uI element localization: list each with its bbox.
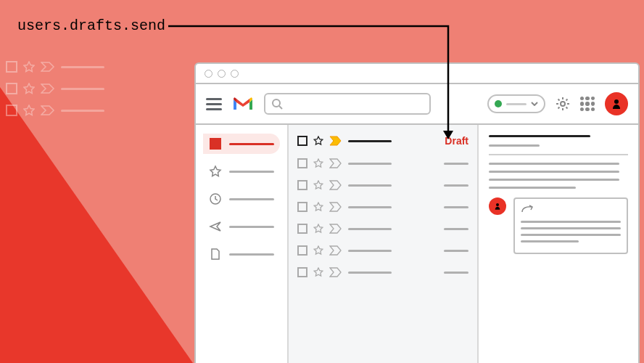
background-triangle [0, 87, 203, 363]
label-important-icon[interactable] [329, 136, 342, 146]
gear-icon[interactable] [556, 97, 570, 111]
svg-point-6 [614, 99, 619, 104]
nav-sent[interactable] [203, 216, 280, 237]
message-meta-line [489, 144, 540, 147]
menu-button[interactable] [206, 98, 222, 110]
svg-line-4 [279, 106, 282, 109]
nav-sidebar [196, 125, 287, 363]
svg-point-5 [561, 102, 565, 106]
svg-rect-13 [298, 203, 307, 211]
gmail-logo-icon[interactable] [232, 95, 254, 113]
svg-rect-8 [212, 145, 219, 148]
svg-rect-16 [298, 268, 307, 277]
svg-rect-10 [298, 136, 307, 145]
star-icon[interactable] [313, 224, 323, 234]
nav-inbox[interactable] [203, 134, 280, 154]
label-important-icon[interactable] [329, 158, 342, 168]
reply-area [489, 197, 628, 254]
message-list: Draft [287, 125, 479, 363]
body-line [489, 187, 576, 189]
message-row[interactable] [297, 202, 468, 212]
star-icon[interactable] [313, 267, 323, 277]
label-important-icon[interactable] [329, 224, 342, 234]
message-subject-line [489, 135, 590, 137]
checkbox-icon[interactable] [297, 245, 307, 256]
body-line [489, 171, 619, 173]
svg-rect-11 [298, 159, 307, 168]
label-important-icon[interactable] [329, 267, 342, 277]
checkbox-icon[interactable] [297, 224, 307, 234]
star-icon[interactable] [313, 136, 323, 146]
reply-composer[interactable] [513, 197, 628, 254]
svg-rect-1 [7, 83, 17, 94]
profile-avatar[interactable] [605, 92, 628, 115]
message-row[interactable] [297, 267, 468, 277]
star-icon[interactable] [313, 202, 323, 212]
background-ghost-rows [6, 61, 104, 126]
star-icon[interactable] [313, 180, 323, 190]
chevron-down-icon [531, 102, 538, 106]
svg-rect-12 [298, 181, 307, 189]
star-icon[interactable] [313, 245, 323, 256]
nav-drafts[interactable] [203, 244, 280, 264]
reply-arrow-icon [521, 205, 534, 213]
body-line [489, 163, 619, 165]
apps-grid-icon[interactable] [580, 97, 595, 111]
message-row[interactable] [297, 245, 468, 256]
search-input[interactable] [264, 93, 431, 115]
checkbox-icon[interactable] [297, 180, 307, 190]
draft-badge: Draft [445, 135, 468, 147]
star-icon [209, 165, 222, 178]
window-close-icon[interactable] [205, 70, 212, 78]
gmail-window: Draft [194, 62, 640, 363]
checkbox-icon[interactable] [297, 158, 307, 168]
label-important-icon[interactable] [329, 202, 342, 212]
body-line [489, 179, 619, 181]
nav-starred[interactable] [203, 161, 280, 182]
top-toolbar [196, 84, 638, 125]
svg-point-17 [496, 203, 499, 206]
window-titlebar [196, 64, 638, 84]
window-minimize-icon[interactable] [218, 70, 226, 78]
svg-point-3 [273, 99, 280, 107]
label-important-icon[interactable] [329, 245, 342, 256]
file-icon [209, 248, 222, 261]
svg-rect-15 [298, 246, 307, 255]
message-row[interactable] [297, 158, 468, 168]
send-icon [209, 220, 222, 233]
checkbox-icon[interactable] [297, 202, 307, 212]
inbox-icon [209, 137, 222, 150]
status-active-icon [495, 100, 502, 107]
reply-avatar[interactable] [489, 197, 506, 215]
checkbox-icon[interactable] [297, 267, 307, 277]
message-row[interactable] [297, 224, 468, 234]
search-icon [271, 98, 283, 110]
svg-rect-2 [7, 105, 17, 115]
svg-rect-0 [7, 62, 17, 72]
star-icon[interactable] [313, 158, 323, 168]
clock-icon [209, 192, 222, 205]
label-important-icon[interactable] [329, 180, 342, 190]
svg-rect-14 [298, 224, 307, 233]
api-method-label: users.drafts.send [17, 17, 165, 34]
nav-snoozed[interactable] [203, 189, 280, 209]
reading-pane [479, 125, 638, 363]
message-row[interactable] [297, 180, 468, 190]
status-selector[interactable] [487, 94, 545, 113]
checkbox-icon[interactable] [297, 136, 307, 146]
window-maximize-icon[interactable] [231, 70, 239, 78]
message-row-draft[interactable]: Draft [297, 135, 468, 147]
